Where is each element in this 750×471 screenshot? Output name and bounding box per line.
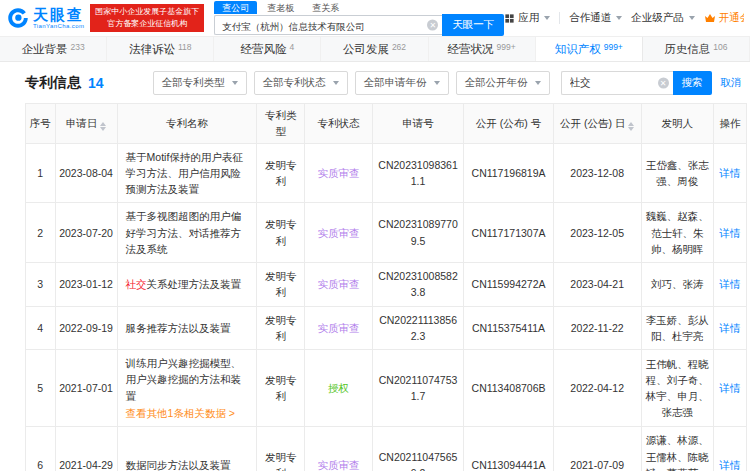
detail-link[interactable]: 详情: [719, 227, 740, 239]
tab-development[interactable]: 公司发展262: [321, 37, 428, 61]
col-no: 序号: [26, 104, 56, 144]
patent-name-cell: 训练用户兴趣挖掘模型、用户兴趣挖掘的方法和装置查看其他1条相关数据 >: [117, 350, 257, 427]
tab-legal[interactable]: 法律诉讼118: [107, 37, 214, 61]
menu-open-vip[interactable]: 开通会员: [704, 11, 744, 25]
patent-table-wrap: 序号 申请日 专利名称 专利类型 专利状态 申请号 公开 (公布) 号 公开 (…: [0, 103, 750, 471]
status-badge: 实质审查: [317, 167, 359, 179]
keyword-search-button[interactable]: 搜索: [673, 71, 712, 95]
col-inventors: 发明人: [641, 104, 713, 144]
top-header: 天眼查 TianYanCha.com 国家中小企业发展子基金旗下 官方备案企业征…: [0, 0, 750, 36]
col-patent-status: 专利状态: [305, 104, 373, 144]
col-publication-no: 公开 (公布) 号: [464, 104, 553, 144]
chevron-down-icon: [434, 81, 440, 85]
col-action: 操作: [713, 104, 746, 144]
tab-risk[interactable]: 经营风险4: [214, 37, 321, 61]
gov-certification-badge: 国家中小企业发展子基金旗下 官方备案企业征信机构: [90, 4, 204, 31]
detail-link[interactable]: 详情: [719, 167, 740, 179]
detail-link[interactable]: 详情: [719, 322, 740, 334]
chevron-down-icon: [333, 81, 339, 85]
chevron-down-icon: [232, 81, 238, 85]
logo-title: 天眼查: [33, 7, 84, 22]
tab-history[interactable]: 历史信息106: [643, 37, 750, 61]
header-search: 查公司 查老板 查关系 ✕ 天眼一下: [214, 1, 504, 36]
top-menu: 应用 合作通道 企业级产品 开通会员 超级...: [504, 11, 744, 25]
col-patent-name: 专利名称: [117, 104, 257, 144]
apps-grid-icon: [504, 13, 515, 24]
filter-patent-type[interactable]: 全部专利类型: [153, 71, 247, 95]
status-badge: 授权: [328, 382, 349, 394]
table-row: 5 2021-07-01 训练用户兴趣挖掘模型、用户兴趣挖掘的方法和装置查看其他…: [26, 350, 747, 427]
sort-icon[interactable]: [628, 122, 634, 131]
tab-operating[interactable]: 经营状况999+: [429, 37, 536, 61]
search-tab-boss[interactable]: 查老板: [259, 1, 302, 14]
chevron-down-icon: [544, 16, 550, 20]
search-submit-button[interactable]: 天眼一下: [442, 14, 504, 36]
patent-name-cell: 基于多视图超图的用户偏好学习方法、对话推荐方法及系统: [117, 203, 257, 263]
company-search-input[interactable]: [215, 18, 442, 36]
keyword-search-input[interactable]: [562, 72, 673, 94]
table-row: 6 2021-04-29 数据同步方法以及装置 发明专利 实质审查 CN2021…: [26, 427, 747, 471]
col-application-no: 申请号: [372, 104, 464, 144]
chevron-down-icon: [535, 81, 541, 85]
logo-domain: TianYanCha.com: [33, 23, 84, 29]
table-row: 3 2023-01-12 社交关系处理方法及装置 发明专利 实质审查 CN202…: [26, 263, 747, 307]
detail-link[interactable]: 详情: [719, 382, 740, 394]
patent-name-cell: 服务推荐方法以及装置: [117, 306, 257, 350]
clear-icon[interactable]: ✕: [658, 78, 669, 89]
patent-table: 序号 申请日 专利名称 专利类型 专利状态 申请号 公开 (公布) 号 公开 (…: [25, 103, 747, 471]
chevron-down-icon: [689, 16, 695, 20]
keyword-highlight: 社交: [126, 278, 147, 290]
patent-name-cell: 社交关系处理方法及装置: [117, 263, 257, 307]
section-title: 专利信息: [25, 74, 81, 92]
filter-publish-year[interactable]: 全部公开年份: [456, 71, 550, 95]
patent-name-cell: 基于Motif保持的用户表征学习方法、用户信用风险预测方法及装置: [117, 143, 257, 203]
status-badge: 实质审查: [317, 227, 359, 239]
menu-enterprise-products[interactable]: 企业级产品: [631, 11, 695, 25]
chevron-down-icon: [616, 16, 622, 20]
detail-link[interactable]: 详情: [719, 459, 740, 471]
company-section-tabs: 企业背景233 法律诉讼118 经营风险4 公司发展262 经营状况999+ 知…: [0, 36, 750, 62]
search-tab-relation[interactable]: 查关系: [304, 1, 347, 14]
tab-background[interactable]: 企业背景233: [0, 37, 107, 61]
table-row: 2 2023-07-20 基于多视图超图的用户偏好学习方法、对话推荐方法及系统 …: [26, 203, 747, 263]
status-badge: 实质审查: [317, 459, 359, 471]
status-badge: 实质审查: [317, 322, 359, 334]
col-apply-date[interactable]: 申请日: [55, 104, 117, 144]
search-tab-company[interactable]: 查公司: [214, 1, 257, 14]
tab-intellectual-property[interactable]: 知识产权999+: [536, 37, 643, 61]
status-badge: 实质审查: [317, 278, 359, 290]
clear-icon[interactable]: ✕: [427, 19, 438, 30]
tianyancha-logo[interactable]: 天眼查 TianYanCha.com: [6, 6, 84, 30]
table-header-row: 序号 申请日 专利名称 专利类型 专利状态 申请号 公开 (公布) 号 公开 (…: [26, 104, 747, 144]
filter-apply-year[interactable]: 全部申请年份: [355, 71, 449, 95]
related-data-link[interactable]: 查看其他1条相关数据 >: [126, 405, 249, 421]
patent-toolbar: 专利信息 14 全部专利类型 全部专利状态 全部申请年份 全部公开年份 ✕ 搜索…: [0, 62, 750, 103]
table-row: 4 2022-09-19 服务推荐方法以及装置 发明专利 实质审查 CN2022…: [26, 306, 747, 350]
sort-icon[interactable]: [100, 122, 106, 131]
detail-link[interactable]: 详情: [719, 278, 740, 290]
menu-cooperation[interactable]: 合作通道: [569, 11, 622, 25]
col-patent-type: 专利类型: [257, 104, 305, 144]
table-row: 1 2023-08-04 基于Motif保持的用户表征学习方法、用户信用风险预测…: [26, 143, 747, 203]
menu-apps[interactable]: 应用: [504, 11, 550, 25]
cancel-search-link[interactable]: 取消: [721, 76, 742, 90]
patent-name-cell: 数据同步方法以及装置: [117, 427, 257, 471]
crown-icon: [704, 13, 716, 23]
divider: [559, 12, 560, 24]
tianyancha-logo-icon: [6, 6, 30, 30]
patent-count: 14: [88, 75, 104, 91]
filter-patent-status[interactable]: 全部专利状态: [254, 71, 348, 95]
col-publication-date[interactable]: 公开 (公告) 日: [553, 104, 641, 144]
